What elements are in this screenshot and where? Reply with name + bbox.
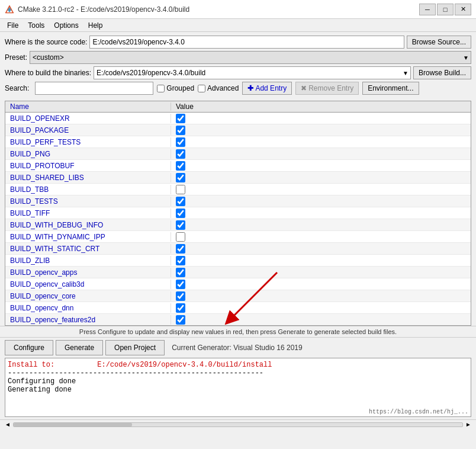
build-row: Where to build the binaries: E:/code/vs2… [5,66,471,79]
scrollbar-track[interactable] [13,422,463,427]
window-title: CMake 3.21.0-rc2 - E:/code/vs2019/opencv… [18,5,189,14]
row-checkbox[interactable] [176,209,185,218]
row-checkbox[interactable] [176,232,185,242]
table-row[interactable]: BUILD_PROTOBUF [5,160,471,172]
table-row[interactable]: BUILD_OPENEXR [5,113,471,124]
cell-name: BUILD_SHARED_LIBS [5,173,171,182]
row-checkbox[interactable] [176,303,185,313]
scroll-left-arrow[interactable]: ◄ [5,421,11,428]
cell-value[interactable] [171,315,190,325]
build-select[interactable]: E:/code/vs2019/opencv-3.4.0/build [94,66,411,79]
row-checkbox[interactable] [176,315,185,325]
row-checkbox[interactable] [176,114,185,123]
build-label: Where to build the binaries: [5,69,91,77]
generate-button[interactable]: Generate [56,340,103,355]
cell-value[interactable] [171,255,190,266]
table-row[interactable]: BUILD_ZLIB [5,255,471,267]
cell-value[interactable] [171,161,190,171]
row-checkbox[interactable] [176,220,185,230]
row-checkbox[interactable] [176,149,185,159]
cell-name: BUILD_opencv_calib3d [5,280,171,289]
cell-name: BUILD_opencv_dnn [5,303,171,313]
cell-value[interactable] [171,172,190,183]
cell-value[interactable] [171,196,190,207]
add-entry-button[interactable]: ✚ Add Entry [242,82,292,95]
row-checkbox[interactable] [176,126,185,135]
table-row[interactable]: BUILD_TBB [5,184,471,195]
cell-value[interactable] [171,243,190,254]
grouped-checkbox[interactable] [157,85,165,92]
menu-item-options[interactable]: Options [49,20,83,31]
table-row[interactable]: BUILD_WITH_STATIC_CRT [5,243,471,255]
row-checkbox[interactable] [176,291,185,301]
cell-value[interactable] [171,220,190,230]
table-row[interactable]: BUILD_opencv_calib3d [5,278,471,290]
source-code-row: Where is the source code: Browse Source.… [5,36,471,49]
open-project-button[interactable]: Open Project [105,340,165,355]
remove-entry-button[interactable]: ✖ Remove Entry [295,82,359,95]
table-row[interactable]: BUILD_opencv_dnn [5,302,471,314]
advanced-checkbox[interactable] [198,85,205,92]
environment-button[interactable]: Environment... [362,82,419,95]
scroll-right-arrow[interactable]: ► [465,421,471,428]
table-row[interactable]: BUILD_WITH_DEBUG_INFO [5,219,471,231]
cell-value[interactable] [171,149,190,159]
close-button[interactable]: ✕ [455,4,471,15]
table-row[interactable]: BUILD_WITH_DYNAMIC_IPP [5,231,471,243]
cell-value[interactable] [171,232,190,242]
cell-name: BUILD_opencv_core [5,291,171,301]
cell-value[interactable] [171,279,190,290]
table-row[interactable]: BUILD_PNG [5,148,471,160]
cell-value[interactable] [171,291,190,302]
table-row[interactable]: BUILD_PERF_TESTS [5,136,471,148]
search-input[interactable] [35,82,153,95]
cell-value[interactable] [171,303,190,313]
row-checkbox[interactable] [176,280,185,289]
main-content: Where is the source code: Browse Source.… [0,32,476,101]
bottom-scrollbar[interactable]: ◄ ► [0,419,476,429]
configure-button[interactable]: Configure [5,340,53,355]
row-checkbox[interactable] [176,197,185,206]
cell-value[interactable] [171,137,190,147]
search-row: Search: Grouped Advanced ✚ Add Entry ✖ R… [5,82,471,95]
title-bar: CMake 3.21.0-rc2 - E:/code/vs2019/opencv… [0,0,476,19]
cell-value[interactable] [171,208,190,219]
maximize-button[interactable]: □ [437,4,454,15]
menu-item-tools[interactable]: Tools [23,20,49,31]
output-line: ----------------------------------------… [8,369,468,377]
row-checkbox[interactable] [176,244,185,254]
cell-name: BUILD_OPENEXR [5,114,171,123]
table-row[interactable]: BUILD_opencv_core [5,290,471,302]
cell-value[interactable] [171,113,190,124]
table-row[interactable]: BUILD_opencv_apps [5,267,471,278]
table-row[interactable]: BUILD_TESTS [5,195,471,207]
config-table[interactable]: Name Value BUILD_OPENEXRBUILD_PACKAGEBUI… [5,101,471,326]
menu-item-file[interactable]: File [2,20,23,31]
menu-item-help[interactable]: Help [83,20,108,31]
output-line: Install to: E:/code/vs2019/opencv-3.4.0/… [8,361,468,369]
row-checkbox[interactable] [176,185,185,194]
table-row[interactable]: BUILD_TIFF [5,207,471,219]
grouped-checkbox-label[interactable]: Grouped [157,84,194,92]
preset-label: Preset: [5,53,27,62]
row-checkbox[interactable] [176,173,185,182]
minimize-button[interactable]: ─ [419,4,436,15]
table-row[interactable]: BUILD_PACKAGE [5,124,471,136]
browse-source-button[interactable]: Browse Source... [407,36,471,49]
output-panel[interactable]: Install to: E:/code/vs2019/opencv-3.4.0/… [5,358,471,417]
preset-select[interactable]: <custom> [30,51,471,64]
source-input[interactable] [89,36,404,49]
row-checkbox[interactable] [176,161,185,171]
row-checkbox[interactable] [176,137,185,147]
cell-value[interactable] [171,267,190,278]
table-row[interactable]: BUILD_opencv_features2d [5,314,471,326]
cell-value[interactable] [171,125,190,136]
row-checkbox[interactable] [176,256,185,265]
scrollbar-thumb[interactable] [14,423,132,426]
browse-build-button[interactable]: Browse Build... [413,66,471,79]
table-row[interactable]: BUILD_SHARED_LIBS [5,172,471,184]
cell-value[interactable] [171,184,190,195]
row-checkbox[interactable] [176,268,185,277]
advanced-checkbox-label[interactable]: Advanced [198,84,239,92]
output-line: Generating done [8,386,468,394]
